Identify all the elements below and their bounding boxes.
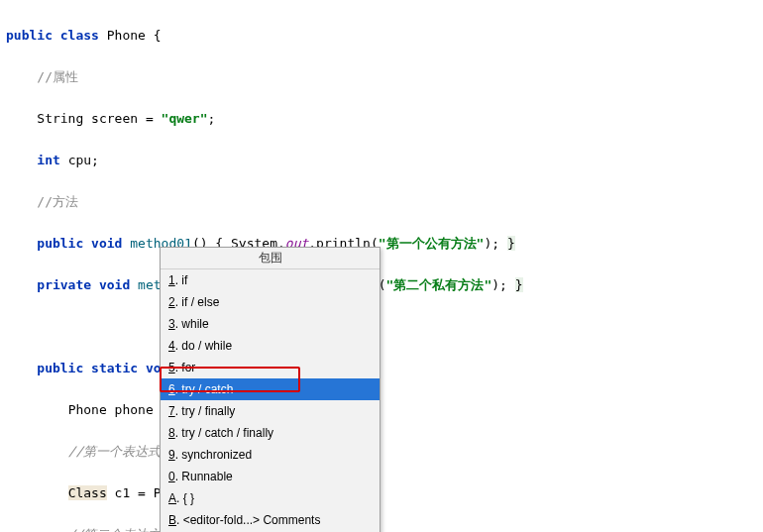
popup-item[interactable]: 5. for	[161, 357, 380, 378]
popup-item[interactable]: 2. if / else	[161, 291, 380, 313]
popup-item[interactable]: 3. while	[161, 313, 380, 335]
code-editor[interactable]: public class Phone { //属性 String screen …	[0, 0, 763, 532]
popup-item[interactable]: A. { }	[161, 487, 380, 509]
popup-list: 1. if2. if / else3. while4. do / while5.…	[161, 269, 380, 532]
popup-item[interactable]: 7. try / finally	[161, 400, 380, 422]
popup-item[interactable]: B. <editor-fold...> Comments	[161, 509, 380, 531]
popup-title: 包围	[161, 248, 380, 269]
comment: //属性	[37, 69, 78, 84]
comment: //第二个表达方	[68, 527, 162, 532]
comment: //方法	[37, 194, 78, 209]
popup-item[interactable]: 4. do / while	[161, 335, 380, 357]
popup-item[interactable]: 0. Runnable	[161, 466, 380, 487]
comment: //第一个表达式	[68, 444, 162, 459]
popup-item[interactable]: 9. synchronized	[161, 444, 380, 466]
popup-item[interactable]: 1. if	[161, 269, 380, 291]
popup-item[interactable]: 6. try / catch	[161, 378, 380, 400]
surround-with-popup: 包围 1. if2. if / else3. while4. do / whil…	[160, 247, 381, 532]
popup-item[interactable]: 8. try / catch / finally	[161, 422, 380, 444]
